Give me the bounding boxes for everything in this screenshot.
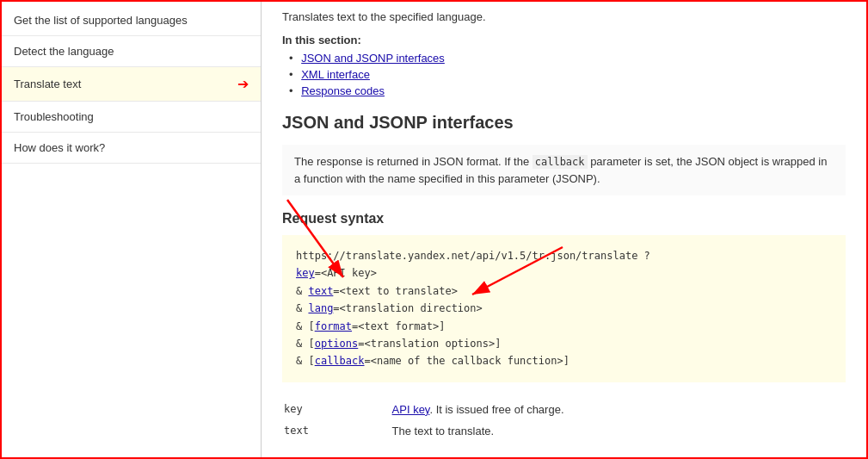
sidebar-item-detect-language[interactable]: Detect the language: [2, 36, 261, 67]
code-text-link[interactable]: text: [308, 285, 333, 297]
code-url-line: https://translate.yandex.net/api/v1.5/tr…: [296, 247, 832, 264]
code-line-lang: & lang=<translation direction>: [296, 300, 832, 317]
sidebar-item-get-languages[interactable]: Get the list of supported languages: [2, 5, 261, 36]
code-box: https://translate.yandex.net/api/v1.5/tr…: [282, 235, 846, 382]
code-lang-link[interactable]: lang: [308, 302, 333, 314]
note-code: callback: [532, 155, 588, 169]
code-url: https://translate.yandex.net/api/v1.5/tr…: [296, 250, 650, 262]
note-box: The response is returned in JSON format.…: [282, 145, 846, 195]
sidebar: Get the list of supported languages Dete…: [2, 2, 262, 457]
active-arrow-icon: ➔: [237, 76, 249, 92]
in-this-section-list: JSON and JSONP interfaces XML interface …: [282, 52, 846, 97]
params-table: key API key. It is issued free of charge…: [282, 398, 846, 443]
main-content: Translates text to the specified languag…: [262, 2, 866, 457]
code-line-text: & text=<text to translate>: [296, 282, 832, 300]
table-row: text The text to translate.: [284, 421, 844, 441]
in-this-section-label: In this section:: [282, 34, 846, 47]
table-row: key API key. It is issued free of charge…: [284, 400, 844, 419]
param-desc-text: The text to translate.: [392, 421, 844, 441]
param-name-text: text: [284, 421, 391, 441]
code-key-rest: =<API key>: [315, 267, 377, 279]
sidebar-item-label: Detect the language: [14, 45, 114, 58]
param-desc-key: API key. It is issued free of charge.: [392, 400, 844, 419]
note-text-before: The response is returned in JSON format.…: [294, 155, 532, 168]
code-options-link[interactable]: options: [315, 338, 359, 350]
link-json[interactable]: JSON and JSONP interfaces: [301, 52, 445, 65]
code-line-format: & [format=<text format>]: [296, 318, 832, 335]
sidebar-item-troubleshooting[interactable]: Troubleshooting: [2, 102, 261, 133]
code-key-line: key=<API key>: [296, 264, 832, 282]
code-format-link[interactable]: format: [315, 320, 352, 332]
sidebar-item-translate-text[interactable]: Translate text ➔: [2, 67, 261, 102]
code-line-options: & [options=<translation options>]: [296, 335, 832, 352]
code-callback-link[interactable]: callback: [315, 355, 365, 367]
code-line-callback: & [callback=<name of the callback functi…: [296, 352, 832, 369]
param-name-key: key: [284, 400, 391, 419]
request-syntax-title: Request syntax: [282, 211, 846, 226]
sidebar-item-label: Get the list of supported languages: [14, 14, 188, 27]
list-item-response[interactable]: Response codes: [289, 84, 846, 97]
api-key-link[interactable]: API key: [392, 403, 430, 416]
link-response[interactable]: Response codes: [301, 84, 385, 97]
intro-text: Translates text to the specified languag…: [282, 10, 846, 23]
json-section-title: JSON and JSONP interfaces: [282, 113, 846, 133]
in-this-section: In this section: JSON and JSONP interfac…: [282, 34, 846, 97]
sidebar-item-label: How does it work?: [14, 141, 105, 154]
list-item-json[interactable]: JSON and JSONP interfaces: [289, 52, 846, 65]
sidebar-item-label: Translate text: [14, 78, 81, 90]
sidebar-item-label: Troubleshooting: [14, 110, 94, 123]
link-xml[interactable]: XML interface: [301, 68, 370, 81]
code-key-link[interactable]: key: [296, 267, 315, 279]
sidebar-item-how-it-works[interactable]: How does it work?: [2, 133, 261, 164]
list-item-xml[interactable]: XML interface: [289, 68, 846, 81]
